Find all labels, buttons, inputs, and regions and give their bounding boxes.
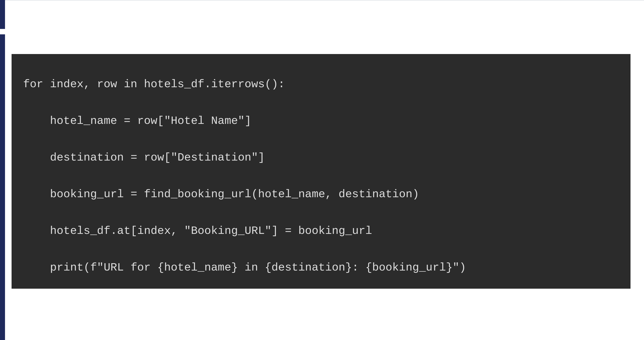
- code-line: hotels_df.at[index, "Booking_URL"] = boo…: [23, 225, 621, 237]
- slide-top-divider: [5, 0, 644, 1]
- code-line: print(f"URL for {hotel_name} in {destina…: [23, 262, 621, 273]
- code-line: for index, row in hotels_df.iterrows():: [23, 79, 621, 90]
- code-line: booking_url = find_booking_url(hotel_nam…: [23, 189, 621, 200]
- slide-content: for index, row in hotels_df.iterrows(): …: [12, 54, 636, 289]
- code-line: hotel_name = row["Hotel Name"]: [23, 115, 621, 127]
- slide-accent-bar-main: [0, 34, 5, 340]
- slide-accent-bar-top: [0, 0, 5, 29]
- code-line: destination = row["Destination"]: [23, 152, 621, 163]
- code-block: for index, row in hotels_df.iterrows(): …: [12, 54, 630, 289]
